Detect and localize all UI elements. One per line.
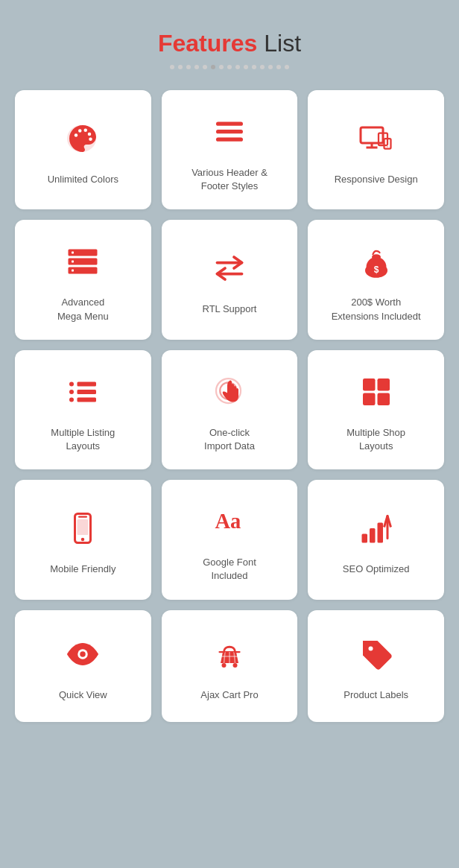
svg-rect-42 xyxy=(77,519,89,535)
card-advanced-mega-menu-label: AdvancedMega Menu xyxy=(57,296,109,323)
card-one-click-import-label: One-clickImport Data xyxy=(204,426,255,453)
dot xyxy=(235,65,240,69)
dot xyxy=(211,65,215,69)
svg-point-5 xyxy=(89,138,93,142)
svg-rect-20 xyxy=(72,261,74,263)
dot xyxy=(244,65,248,69)
svg-rect-44 xyxy=(361,534,367,543)
card-header-footer-styles-label: Various Header &Footer Styles xyxy=(191,166,268,193)
svg-rect-36 xyxy=(377,378,390,391)
svg-rect-38 xyxy=(377,393,390,405)
page-title: Features List xyxy=(158,30,301,57)
cart-icon xyxy=(209,633,250,675)
dot xyxy=(252,65,256,69)
svg-point-1 xyxy=(75,133,78,137)
svg-point-25 xyxy=(372,255,381,261)
card-mobile-friendly: Mobile Friendly xyxy=(15,480,151,599)
card-quick-view: Quick View xyxy=(15,610,151,722)
svg-point-31 xyxy=(69,397,74,402)
svg-rect-37 xyxy=(363,393,376,405)
svg-rect-19 xyxy=(72,252,74,254)
card-advanced-mega-menu: AdvancedMega Menu xyxy=(15,220,151,339)
card-extensions: $ 200$ WorthExtensions Includedt xyxy=(308,220,444,339)
card-seo-optimized: SEO Optimized xyxy=(308,480,444,599)
svg-point-55 xyxy=(221,663,226,668)
svg-rect-45 xyxy=(370,528,376,543)
svg-point-2 xyxy=(78,129,82,133)
hamburger-icon xyxy=(209,111,250,153)
svg-text:Aa: Aa xyxy=(215,510,241,533)
svg-rect-41 xyxy=(78,516,87,518)
tag-icon xyxy=(355,633,397,675)
card-rtl-support-label: RTL Support xyxy=(202,302,256,316)
dot xyxy=(227,65,232,69)
card-responsive-design-label: Responsive Design xyxy=(335,173,418,186)
palette-icon xyxy=(62,118,104,159)
card-multiple-listing-label: Multiple ListingLayouts xyxy=(51,426,115,453)
dot xyxy=(203,65,207,69)
grid-layout-icon xyxy=(355,371,397,413)
dot xyxy=(219,65,224,69)
svg-rect-9 xyxy=(361,127,383,143)
rtl-icon xyxy=(209,247,250,289)
svg-rect-21 xyxy=(72,270,74,272)
svg-point-29 xyxy=(69,390,74,394)
svg-rect-30 xyxy=(77,390,97,394)
dot xyxy=(194,65,199,69)
card-quick-view-label: Quick View xyxy=(59,688,107,702)
dot xyxy=(178,65,183,69)
card-google-font: Aa Google FontIncluded xyxy=(162,480,298,599)
svg-rect-7 xyxy=(216,130,243,133)
card-mobile-friendly-label: Mobile Friendly xyxy=(50,563,115,576)
svg-point-40 xyxy=(81,538,85,542)
card-multiple-listing: Multiple ListingLayouts xyxy=(15,350,151,469)
seo-icon xyxy=(355,507,397,549)
font-icon: Aa xyxy=(209,501,250,542)
dot xyxy=(186,65,191,69)
card-rtl-support: RTL Support xyxy=(162,220,298,339)
svg-rect-8 xyxy=(216,138,243,142)
svg-point-4 xyxy=(88,133,92,136)
dot xyxy=(170,65,174,69)
dot xyxy=(268,65,273,69)
dot xyxy=(276,65,281,69)
features-grid: Unlimited Colors Various Header &Footer … xyxy=(15,90,444,722)
svg-rect-32 xyxy=(77,397,97,402)
mobile-icon xyxy=(62,507,104,549)
card-multiple-shop: Multiple ShopLayouts xyxy=(308,350,444,469)
svg-rect-6 xyxy=(216,122,243,126)
svg-rect-46 xyxy=(377,523,383,543)
svg-point-56 xyxy=(232,663,237,668)
svg-point-27 xyxy=(69,381,74,386)
card-extensions-label: 200$ WorthExtensions Includedt xyxy=(332,296,421,323)
dot xyxy=(260,65,265,69)
click-icon xyxy=(209,371,250,413)
card-ajax-cart-label: Ajax Cart Pro xyxy=(200,688,258,702)
svg-point-3 xyxy=(84,129,88,133)
svg-point-57 xyxy=(368,647,373,651)
eye-icon xyxy=(62,633,104,675)
card-header-footer-styles: Various Header &Footer Styles xyxy=(162,90,298,209)
card-unlimited-colors-label: Unlimited Colors xyxy=(48,173,118,186)
responsive-icon xyxy=(355,118,397,159)
card-google-font-label: Google FontIncluded xyxy=(203,556,256,583)
svg-point-49 xyxy=(80,652,86,658)
card-multiple-shop-label: Multiple ShopLayouts xyxy=(346,426,405,453)
card-ajax-cart: Ajax Cart Pro xyxy=(162,610,298,722)
card-responsive-design: Responsive Design xyxy=(308,90,444,209)
card-unlimited-colors: Unlimited Colors xyxy=(15,90,151,209)
menu-lines-icon xyxy=(62,241,104,282)
svg-rect-35 xyxy=(363,378,376,391)
card-product-labels: Product Labels xyxy=(308,610,444,722)
list-layout-icon xyxy=(62,371,104,413)
card-one-click-import: One-clickImport Data xyxy=(162,350,298,469)
dots-indicator xyxy=(170,65,289,69)
dot xyxy=(285,65,289,69)
svg-rect-28 xyxy=(77,381,97,386)
moneybag-icon: $ xyxy=(355,241,397,282)
card-seo-optimized-label: SEO Optimized xyxy=(343,563,410,576)
svg-text:$: $ xyxy=(373,264,379,275)
card-product-labels-label: Product Labels xyxy=(344,688,408,702)
